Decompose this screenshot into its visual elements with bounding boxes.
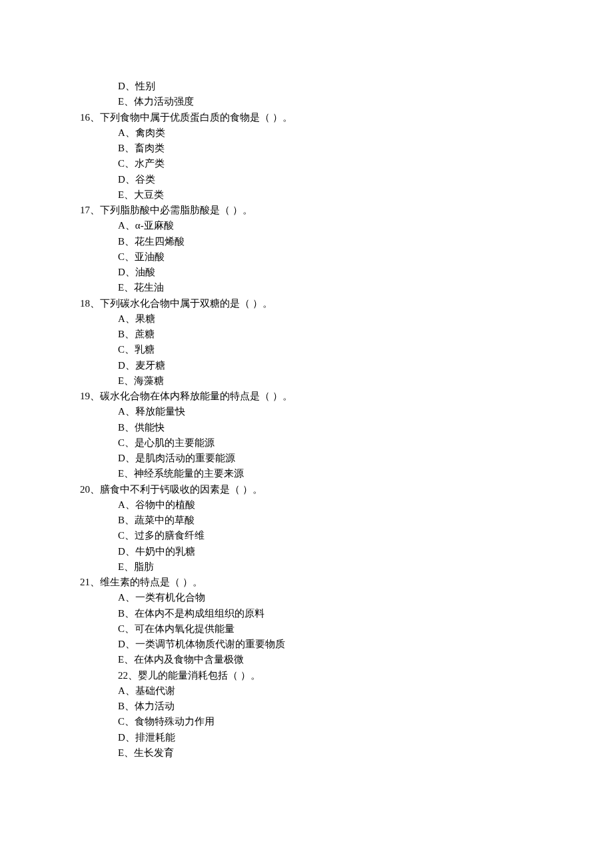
option-key: B、 <box>118 513 135 528</box>
option-text: 食物特殊动力作用 <box>135 714 215 729</box>
option-row: D、 牛奶中的乳糖 <box>80 544 613 559</box>
option-row: C、 亚油酸 <box>80 249 613 265</box>
option-row: D、 谷类 <box>80 172 613 187</box>
question-21: 21、 维生素的特点是 （ ）。 <box>80 575 613 590</box>
document-page: D、 性别 E、 体力活动强度 16、 下列食物中属于优质蛋白质的食物是 （ ）… <box>0 79 613 761</box>
option-key: D、 <box>118 730 135 745</box>
option-text: 释放能量快 <box>135 404 185 419</box>
option-row: A、 基础代谢 <box>80 683 613 699</box>
option-row: A、 禽肉类 <box>80 125 613 141</box>
option-key: B、 <box>118 699 135 714</box>
answer-blank: （ ）。 <box>228 668 261 683</box>
option-row: E、 体力活动强度 <box>80 94 613 109</box>
option-key: C、 <box>118 435 135 451</box>
option-key: A、 <box>118 590 135 605</box>
option-key: D、 <box>118 79 135 94</box>
question-stem: 碳水化合物在体内释放能量的特点是 <box>100 389 260 404</box>
option-row: E、 神经系统能量的主要来源 <box>80 466 613 481</box>
question-stem: 膳食中不利于钙吸收的因素是 <box>100 482 230 497</box>
answer-blank: （ ）。 <box>240 296 273 311</box>
option-key: D、 <box>118 637 135 652</box>
option-text: 蔗糖 <box>135 327 155 342</box>
option-row: A、 一类有机化合物 <box>80 590 613 605</box>
option-row: B、 蔗糖 <box>80 327 613 342</box>
option-key: D、 <box>118 358 135 373</box>
option-row: A、 释放能量快 <box>80 404 613 419</box>
option-key: D、 <box>118 451 135 466</box>
option-row: E、 花生油 <box>80 280 613 295</box>
question-stem: 婴儿的能量消耗包括 <box>138 668 228 683</box>
question-number: 17、 <box>80 203 100 218</box>
option-text: 谷类 <box>135 172 155 187</box>
option-text: 供能快 <box>135 420 165 435</box>
option-key: A、 <box>118 404 135 419</box>
option-key: E、 <box>118 187 134 203</box>
question-22: 22、 婴儿的能量消耗包括 （ ）。 <box>80 668 613 683</box>
question-number: 19、 <box>80 389 100 404</box>
option-text: 脂肪 <box>134 559 154 575</box>
option-row: E、 脂肪 <box>80 559 613 575</box>
option-row: B、 在体内不是构成组组织的原料 <box>80 606 613 621</box>
question-number: 22、 <box>118 668 138 683</box>
option-key: E、 <box>118 94 134 109</box>
option-text: 性别 <box>135 79 155 94</box>
option-key: C、 <box>118 249 135 265</box>
answer-blank: （ ）。 <box>170 575 203 590</box>
option-text: 可在体内氧化提供能量 <box>135 621 235 637</box>
option-key: B、 <box>118 420 135 435</box>
option-row: B、 体力活动 <box>80 699 613 714</box>
question-stem: 下列碳水化合物中属于双糖的是 <box>100 296 240 311</box>
option-key: D、 <box>118 172 135 187</box>
option-text: 体力活动强度 <box>134 94 194 109</box>
option-text: 是心肌的主要能源 <box>135 435 215 451</box>
option-text: 是肌肉活动的重要能源 <box>135 451 235 466</box>
option-key: A、 <box>118 497 135 513</box>
option-text: 油酸 <box>135 265 155 280</box>
option-key: A、 <box>118 683 135 699</box>
option-key: E、 <box>118 373 134 389</box>
question-number: 18、 <box>80 296 100 311</box>
option-text: 大豆类 <box>134 187 164 203</box>
option-key: C、 <box>118 528 135 543</box>
option-row: B、 花生四烯酸 <box>80 234 613 249</box>
option-text: 排泄耗能 <box>135 730 175 745</box>
option-text: 生长发育 <box>134 745 174 761</box>
option-text: 神经系统能量的主要来源 <box>134 466 244 481</box>
option-row: E、 大豆类 <box>80 187 613 203</box>
option-text: 水产类 <box>135 156 165 171</box>
option-key: E、 <box>118 280 134 295</box>
question-number: 21、 <box>80 575 100 590</box>
option-text: 过多的膳食纤维 <box>135 528 205 543</box>
option-row: D、 性别 <box>80 79 613 94</box>
option-key: E、 <box>118 745 134 761</box>
option-text: 果糖 <box>135 311 155 327</box>
question-20: 20、 膳食中不利于钙吸收的因素是 （ ）。 <box>80 482 613 497</box>
option-key: C、 <box>118 714 135 729</box>
question-17: 17、 下列脂肪酸中必需脂肪酸是 （ ）。 <box>80 203 613 218</box>
option-key: E、 <box>118 559 134 575</box>
option-row: C、 水产类 <box>80 156 613 171</box>
question-16: 16、 下列食物中属于优质蛋白质的食物是 （ ）。 <box>80 110 613 125</box>
question-18: 18、 下列碳水化合物中属于双糖的是 （ ）。 <box>80 296 613 311</box>
question-stem: 下列食物中属于优质蛋白质的食物是 <box>100 110 260 125</box>
option-text: 花生四烯酸 <box>135 234 185 249</box>
option-row: C、 过多的膳食纤维 <box>80 528 613 543</box>
option-text: 麦牙糖 <box>135 358 165 373</box>
option-key: B、 <box>118 141 135 156</box>
option-row: C、 食物特殊动力作用 <box>80 714 613 729</box>
option-row: C、 是心肌的主要能源 <box>80 435 613 451</box>
option-text: 海藻糖 <box>134 373 164 389</box>
option-row: E、 在体内及食物中含量极微 <box>80 652 613 667</box>
option-text: 乳糖 <box>135 342 155 357</box>
question-number: 20、 <box>80 482 100 497</box>
answer-blank: （ ）。 <box>260 389 293 404</box>
option-text: 谷物中的植酸 <box>135 497 195 513</box>
option-text: 亚油酸 <box>135 249 165 265</box>
option-key: D、 <box>118 265 135 280</box>
option-text: 畜肉类 <box>135 141 165 156</box>
option-key: B、 <box>118 327 135 342</box>
option-key: E、 <box>118 466 134 481</box>
option-row: E、 海藻糖 <box>80 373 613 389</box>
option-row: C、 乳糖 <box>80 342 613 357</box>
option-text: 蔬菜中的草酸 <box>135 513 195 528</box>
